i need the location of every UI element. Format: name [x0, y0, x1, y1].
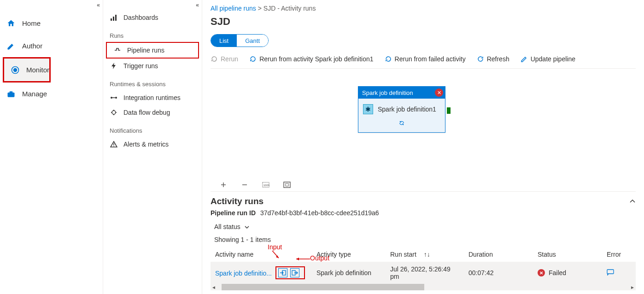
update-pipeline-button[interactable]: Update pipeline [521, 55, 575, 63]
pipeline-icon [113, 46, 122, 54]
zoom-in-icon[interactable] [220, 181, 227, 188]
nav-monitor[interactable]: Monitor [4, 59, 49, 81]
spark-icon: ✱ [363, 104, 373, 114]
toggle-gantt[interactable]: Gantt [237, 35, 268, 47]
zoom-fit-icon[interactable] [283, 181, 291, 188]
activity-type-label: Spark job definition [362, 89, 413, 96]
btn-label: Update pipeline [531, 55, 575, 63]
col-activity-name[interactable]: Activity name [211, 247, 312, 262]
breadcrumb-parent[interactable]: All pipeline runs [211, 5, 256, 12]
filter-label: All status [214, 223, 240, 230]
toolbox-icon [6, 89, 16, 99]
close-icon[interactable]: ✕ [435, 88, 443, 97]
activity-name-link[interactable]: Spark job definitio... [215, 270, 272, 277]
col-status[interactable]: Status [533, 247, 602, 262]
edit-icon [521, 55, 528, 63]
col-activity-type[interactable]: Activity type [312, 247, 386, 262]
chevron-up-icon[interactable] [629, 198, 636, 205]
svg-point-8 [115, 97, 117, 99]
activity-name: Spark job definition1 [378, 106, 436, 113]
items-count: Showing 1 - 1 items [211, 236, 636, 243]
svg-point-1 [13, 68, 17, 71]
run-id-label: Pipeline run ID [211, 209, 256, 217]
table-row[interactable]: Spark job definitio... Spark job definit… [211, 262, 636, 284]
s2-dashboards[interactable]: Dashboards [103, 10, 202, 25]
status-text: Failed [549, 269, 566, 276]
input-button[interactable] [278, 268, 287, 277]
scroll-thumb[interactable] [222, 284, 424, 290]
s2-trigger-runs[interactable]: Trigger runs [103, 59, 202, 73]
nav-author[interactable]: Author [0, 35, 103, 57]
svg-rect-5 [113, 17, 114, 21]
nav-home[interactable]: Home [0, 12, 103, 35]
s2-pipeline-runs[interactable]: Pipeline runs [107, 43, 198, 58]
toggle-list[interactable]: List [211, 35, 237, 47]
rerun-from-icon [249, 55, 257, 63]
svg-text:100%: 100% [263, 183, 269, 187]
col-duration[interactable]: Duration [464, 247, 533, 262]
refresh-button[interactable]: Refresh [477, 55, 509, 63]
scroll-right-arrow[interactable]: ► [629, 285, 636, 290]
rerun-button[interactable]: Rerun [211, 55, 238, 63]
svg-rect-2 [8, 92, 15, 97]
svg-rect-4 [111, 18, 112, 21]
svg-point-9 [112, 111, 116, 114]
command-bar: Rerun Rerun from activity Spark job defi… [211, 52, 636, 69]
collapse-icon[interactable]: « [97, 2, 100, 8]
nav-label: Author [22, 42, 42, 50]
scroll-left-arrow[interactable]: ◄ [211, 285, 217, 290]
nav-label: Home [22, 19, 41, 27]
chat-icon[interactable] [607, 270, 614, 277]
primary-sidebar: « Home Author Monitor Manage [0, 0, 103, 294]
svg-rect-11 [113, 146, 114, 146]
zoom-out-icon[interactable] [241, 181, 248, 188]
canvas-area[interactable]: Spark job definition ✕ ✱ Spark job defin… [211, 69, 636, 179]
cell-status: ✕ Failed [533, 262, 602, 284]
btn-label: Rerun from activity Spark job definition… [259, 55, 373, 63]
label: Integration runtimes [123, 94, 181, 101]
warning-icon [110, 140, 118, 148]
col-error[interactable]: Error [602, 247, 636, 262]
s2-dataflow-debug[interactable]: Data flow debug [103, 105, 202, 120]
label: Data flow debug [123, 109, 170, 116]
nav-label: Monitor [26, 66, 49, 74]
view-toggle: List Gantt [211, 34, 269, 47]
output-button[interactable] [290, 268, 299, 277]
runs-header: Runs [103, 29, 202, 42]
rerun-failed-icon [385, 55, 392, 63]
svg-rect-3 [10, 91, 13, 93]
cell-error [602, 262, 636, 284]
s2-alerts-metrics[interactable]: Alerts & metrics [103, 137, 202, 152]
sort-icon: ↑↓ [424, 251, 430, 258]
rerun-failed-button[interactable]: Rerun from failed activity [385, 55, 466, 63]
secondary-sidebar: « Dashboards Runs Pipeline runs Trigger … [103, 0, 202, 294]
label: Alerts & metrics [123, 141, 169, 148]
failed-icon: ✕ [538, 269, 545, 276]
chevron-down-icon [244, 223, 250, 230]
nav-label: Manage [22, 90, 47, 98]
gauge-icon [11, 65, 20, 75]
svg-rect-10 [113, 143, 114, 145]
rerun-from-activity-button[interactable]: Rerun from activity Spark job definition… [249, 55, 373, 63]
label: Trigger runs [123, 62, 158, 70]
activity-runs-table: Activity name Activity type Run start ↑↓… [211, 247, 636, 284]
bolt-icon [110, 62, 118, 70]
zoom-100-icon[interactable]: 100% [262, 181, 269, 188]
sync-icon[interactable] [398, 120, 405, 128]
breadcrumb-sep: > [258, 5, 263, 12]
collapse-icon[interactable]: « [196, 2, 199, 8]
activity-node-header: Spark job definition ✕ [358, 87, 445, 99]
s2-integration-runtimes[interactable]: Integration runtimes [103, 90, 202, 105]
run-id-value: 37d7e4bf-b3bf-41eb-b8cc-cdee251d19a6 [260, 209, 379, 217]
activity-node[interactable]: Spark job definition ✕ ✱ Spark job defin… [358, 86, 445, 133]
status-filter-dropdown[interactable]: All status [214, 223, 250, 230]
col-run-start[interactable]: Run start ↑↓ [386, 247, 464, 262]
runtimes-header: Runtimes & sessions [103, 78, 202, 90]
horizontal-scrollbar[interactable]: ◄ ► [211, 284, 636, 290]
nav-manage[interactable]: Manage [0, 82, 103, 105]
main-content: All pipeline runs > SJD - Activity runs … [202, 0, 644, 294]
connector-handle[interactable] [447, 107, 451, 114]
home-icon [6, 19, 16, 28]
svg-rect-16 [282, 270, 286, 275]
cell-start: Jul 26, 2022, 5:26:49 pm [386, 262, 464, 284]
